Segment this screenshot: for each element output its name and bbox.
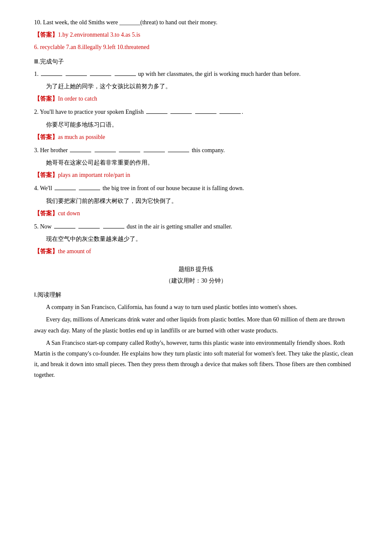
q3-answer: 【答案】plays an important role/part in: [34, 170, 358, 180]
complete-sentence-q1: 1. up with her classmates, the girl is w…: [34, 69, 358, 104]
q5-chinese: 现在空气中的灰尘数量越来越少了。: [34, 234, 358, 244]
reading-header: Ⅰ.阅读理解: [34, 289, 358, 300]
reading-section: Ⅰ.阅读理解 A company in San Francisco, Calif…: [34, 289, 358, 381]
q4-chinese: 我们要把家门前的那棵大树砍了，因为它快倒了。: [34, 196, 358, 206]
complete-sentence-q4: 4. We'll the big tree in front of our ho…: [34, 183, 358, 219]
q2-question: 2. You'll have to practice your spoken E…: [34, 107, 358, 117]
q3-question: 3. Her brother this company.: [34, 145, 358, 156]
q5-answer: 【答案】the amount of: [34, 246, 358, 257]
answer-text-2: 6. recyclable 7.an 8.illegally 9.left 10…: [34, 44, 150, 50]
reading-para3: A San Francisco start-up company called …: [34, 338, 358, 381]
q5-question: 5. Now dust in the air is getting smalle…: [34, 221, 358, 232]
section-b-header: 题组B 提升练 （建议用时：30 分钟）: [34, 264, 358, 286]
q1-question: 1. up with her classmates, the girl is w…: [34, 69, 358, 79]
q10-text: 10. Last week, the old Smiths were _____…: [34, 17, 358, 28]
reading-para2: Every day, millions of Americans drink w…: [34, 314, 358, 335]
complete-sentence-q3: 3. Her brother this company. 她哥哥在这家公司起着非…: [34, 145, 358, 181]
answer-line-2: 6. recyclable 7.an 8.illegally 9.left 10…: [34, 42, 358, 52]
page-content: 10. Last week, the old Smiths were _____…: [34, 17, 358, 380]
q4-answer: 【答案】cut down: [34, 208, 358, 219]
answer-bracket-1: 【答案】: [34, 32, 58, 38]
answer-block-2: 6. recyclable 7.an 8.illegally 9.left 10…: [34, 42, 358, 52]
q1-answer: 【答案】In order to catch: [34, 93, 358, 104]
reading-para1: A company in San Francisco, California, …: [34, 302, 358, 312]
q1-number: 1.: [34, 71, 40, 77]
question-10: 10. Last week, the old Smiths were _____…: [34, 17, 358, 28]
answer-block-1: 【答案】1.by 2.environmental 3.to 4.as 5.is: [34, 29, 358, 40]
section-3-header: Ⅲ.完成句子: [34, 56, 358, 67]
complete-sentence-q5: 5. Now dust in the air is getting smalle…: [34, 221, 358, 257]
q3-chinese: 她哥哥在这家公司起着非常重要的作用。: [34, 157, 358, 168]
section-3-title: Ⅲ.完成句子: [34, 56, 358, 67]
q2-answer: 【答案】as much as possible: [34, 132, 358, 142]
complete-sentence-q2: 2. You'll have to practice your spoken E…: [34, 107, 358, 142]
section-b-subtitle: （建议用时：30 分钟）: [34, 275, 358, 286]
q4-question: 4. We'll the big tree in front of our ho…: [34, 183, 358, 194]
section-b-title: 题组B 提升练: [34, 264, 358, 275]
q2-chinese: 你要尽可能多地练习口语。: [34, 119, 358, 130]
q1-chinese: 为了赶上她的同学，这个女孩比以前努力多了。: [34, 81, 358, 92]
answer-text-1: 1.by 2.environmental 3.to 4.as 5.is: [58, 32, 140, 38]
answer-line-1: 【答案】1.by 2.environmental 3.to 4.as 5.is: [34, 29, 358, 40]
